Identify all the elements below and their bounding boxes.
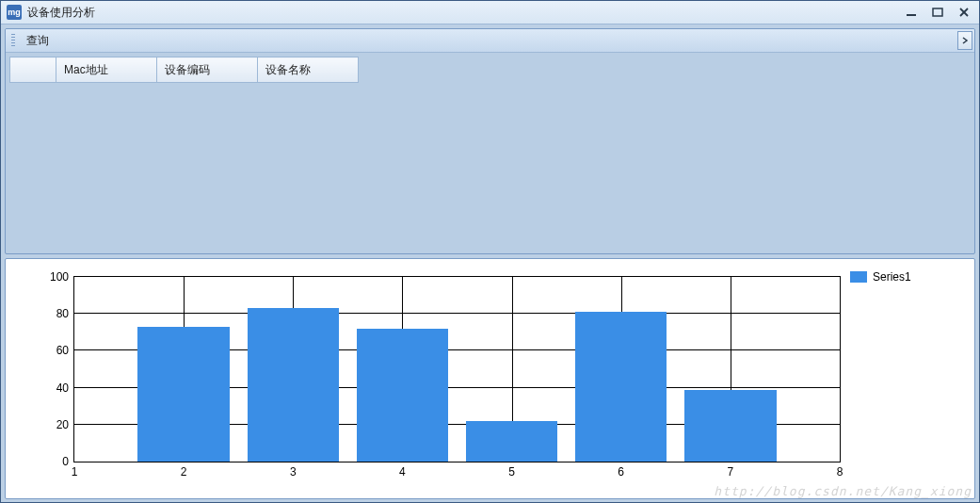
y-tick-label: 40 (31, 381, 74, 395)
toolbar: 查询 (6, 29, 974, 53)
chart-legend: Series1 (850, 267, 963, 491)
chart-panel: 02040608010012345678 Series1 (5, 258, 975, 499)
svg-rect-1 (933, 8, 942, 16)
y-tick-label: 60 (31, 344, 74, 357)
y-tick-label: 80 (31, 307, 74, 320)
chart-bar (466, 421, 558, 462)
chart-bar (357, 329, 449, 462)
chart-bar (575, 312, 667, 462)
x-tick-label: 4 (393, 462, 411, 479)
x-tick-label: 5 (503, 462, 522, 479)
legend-item: Series1 (850, 270, 963, 284)
chart-plot: 02040608010012345678 (73, 276, 841, 462)
y-tick-label: 100 (31, 270, 74, 284)
query-button[interactable]: 查询 (21, 31, 55, 51)
grid-row-selector-header[interactable] (10, 57, 56, 83)
legend-swatch-icon (850, 271, 867, 283)
minimize-icon (905, 8, 918, 17)
app-icon: mg (7, 5, 22, 20)
chart-bar (248, 308, 340, 462)
grid-column-header[interactable]: Mac地址 (56, 57, 157, 83)
legend-label: Series1 (873, 270, 911, 284)
chart-bar (684, 390, 777, 462)
x-tick-label: 7 (721, 462, 740, 479)
x-tick-label: 1 (65, 462, 84, 479)
chevron-right-icon (961, 36, 969, 45)
title-bar[interactable]: mg 设备使用分析 (1, 1, 979, 24)
toolbar-grip-icon (11, 34, 15, 47)
chart-bar (137, 327, 230, 462)
x-tick-label: 8 (830, 462, 849, 479)
close-icon (957, 7, 971, 18)
close-button[interactable] (955, 6, 973, 19)
data-grid[interactable]: Mac地址 设备编码 设备名称 (9, 57, 359, 83)
x-tick-label: 6 (612, 462, 631, 479)
maximize-icon (931, 7, 944, 18)
minimize-button[interactable] (902, 6, 921, 19)
grid-header-row: Mac地址 设备编码 设备名称 (10, 57, 359, 83)
top-panel: 查询 Mac地址 设备编码 设备名称 (5, 28, 975, 254)
toolbar-overflow-button[interactable] (957, 31, 972, 50)
x-tick-label: 2 (174, 462, 193, 479)
maximize-button[interactable] (928, 6, 947, 19)
app-window: mg 设备使用分析 查询 (0, 0, 980, 503)
chart-area: 02040608010012345678 (17, 267, 850, 491)
y-tick-label: 20 (31, 418, 74, 431)
x-tick-label: 3 (283, 462, 302, 479)
grid-column-header[interactable]: 设备编码 (157, 57, 258, 83)
grid-column-header[interactable]: 设备名称 (258, 57, 359, 83)
window-title: 设备使用分析 (27, 5, 902, 21)
